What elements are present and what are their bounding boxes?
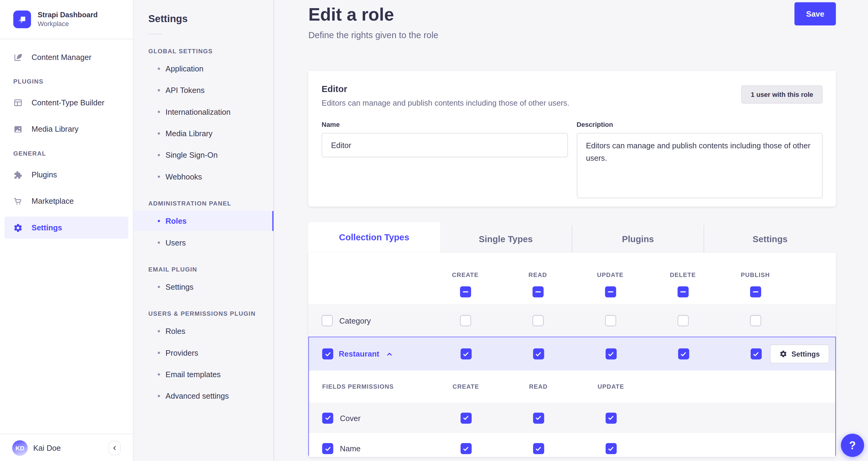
subnav-item-email-templates[interactable]: Email templates	[133, 365, 274, 384]
collapse-sidebar-button[interactable]	[108, 441, 121, 455]
check-icon	[535, 414, 542, 422]
permissions-tabs: Collection Types Single Types Plugins Se…	[308, 222, 836, 253]
check-icon	[462, 445, 470, 452]
subnav-item-advanced-settings[interactable]: Advanced settings	[133, 386, 274, 406]
subnav-item-webhooks[interactable]: Webhooks	[133, 167, 274, 187]
sidebar-item-content-type-builder[interactable]: Content-Type Builder	[4, 91, 129, 114]
subnav-item-internationalization[interactable]: Internationalization	[133, 102, 274, 122]
subnav-item-api-tokens[interactable]: API Tokens	[133, 80, 274, 100]
row-settings-button[interactable]: Settings	[770, 344, 829, 363]
cover-row-checkbox[interactable]	[322, 412, 333, 424]
subnav-item-up-roles[interactable]: Roles	[133, 321, 274, 341]
workspace-brand[interactable]: Strapi Dashboard Workplace	[0, 0, 133, 39]
role-details-card: Editor Editors can manage and publish co…	[308, 71, 836, 206]
subnav-item-providers[interactable]: Providers	[133, 343, 274, 363]
subnav-item-application[interactable]: Application	[133, 59, 274, 79]
sidebar-item-media-library[interactable]: Media Library	[4, 118, 129, 140]
category-delete-checkbox[interactable]	[677, 315, 689, 326]
category-read-checkbox[interactable]	[532, 315, 544, 326]
subnav-item-users[interactable]: Users	[133, 232, 274, 253]
pen-icon	[13, 52, 23, 62]
restaurant-publish-checkbox[interactable]	[750, 348, 762, 359]
bullet-icon	[158, 373, 160, 375]
restaurant-update-checkbox[interactable]	[606, 348, 617, 359]
row-label: Category	[339, 316, 371, 325]
main-content: Edit a role Define the rights given to t…	[274, 0, 868, 461]
name-row-checkbox[interactable]	[322, 443, 333, 454]
select-all-delete-checkbox[interactable]	[677, 286, 689, 297]
tab-settings[interactable]: Settings	[704, 226, 836, 253]
restaurant-create-checkbox[interactable]	[460, 348, 471, 359]
restaurant-read-checkbox[interactable]	[533, 348, 544, 359]
brand-text: Strapi Dashboard Workplace	[37, 10, 97, 28]
cover-read-checkbox[interactable]	[533, 412, 544, 424]
select-all-update-checkbox[interactable]	[605, 286, 616, 297]
nav-section-general: GENERAL	[13, 150, 120, 157]
cell-read	[502, 412, 575, 424]
column-label: PUBLISH	[741, 271, 770, 278]
users-with-role-button[interactable]: 1 user with this role	[742, 85, 823, 104]
cell-update	[575, 443, 647, 454]
fields-column-read: READ	[502, 383, 575, 390]
page-subtitle: Define the rights given to the role	[308, 31, 836, 40]
description-textarea[interactable]: Editors can manage and publish contents …	[577, 133, 823, 198]
column-label: UPDATE	[597, 383, 624, 390]
subnav-item-email-settings[interactable]: Settings	[133, 277, 274, 297]
cover-create-checkbox[interactable]	[460, 412, 471, 424]
tab-collection-types[interactable]: Collection Types	[308, 222, 440, 253]
fields-permissions-header: FIELDS PERMISSIONS CREATE READ UPDATE	[309, 371, 835, 403]
category-publish-checkbox[interactable]	[750, 315, 761, 326]
subnav-item-roles[interactable]: Roles	[133, 211, 274, 231]
sidebar-item-settings[interactable]: Settings	[4, 217, 129, 238]
select-all-read-checkbox[interactable]	[532, 286, 544, 297]
subnav-item-label: Users	[165, 238, 186, 247]
permissions-table: CREATE READ UPDATE DELETE	[308, 253, 836, 457]
bullet-icon	[158, 67, 160, 69]
name-input[interactable]	[321, 133, 567, 157]
name-field-group: Name	[321, 121, 567, 200]
main-sidebar: Strapi Dashboard Workplace Content Manag…	[0, 0, 133, 461]
sidebar-item-marketplace[interactable]: Marketplace	[4, 190, 129, 212]
restaurant-delete-checkbox[interactable]	[678, 348, 689, 359]
category-create-checkbox[interactable]	[460, 315, 471, 326]
cover-update-checkbox[interactable]	[606, 412, 617, 424]
help-button[interactable]: ?	[841, 434, 864, 457]
tab-single-types[interactable]: Single Types	[440, 226, 571, 253]
main-nav: Content Manager PLUGINS Content-Type Bui…	[0, 39, 133, 434]
check-icon	[607, 445, 615, 452]
avatar[interactable]: KD	[12, 440, 28, 456]
bullet-icon	[158, 89, 160, 91]
sidebar-item-content-manager[interactable]: Content Manager	[4, 46, 129, 68]
check-icon	[324, 414, 331, 422]
cell-read	[502, 443, 575, 454]
subnav-item-label: Webhooks	[165, 172, 202, 181]
subnav-section-global-settings: GLOBAL SETTINGS	[148, 48, 258, 54]
restaurant-row-checkbox[interactable]	[322, 348, 333, 359]
field-row-name: Name	[309, 433, 835, 457]
tab-plugins[interactable]: Plugins	[571, 226, 704, 253]
category-row-checkbox[interactable]	[321, 315, 333, 326]
subnav-item-single-sign-on[interactable]: Single Sign-On	[133, 145, 274, 165]
select-all-publish-checkbox[interactable]	[750, 286, 761, 297]
subnav-item-label: Email templates	[165, 370, 221, 379]
subnav-item-media-library[interactable]: Media Library	[133, 123, 274, 143]
fields-column-update: UPDATE	[575, 383, 647, 390]
name-create-checkbox[interactable]	[460, 443, 471, 454]
name-read-checkbox[interactable]	[533, 443, 544, 454]
save-button[interactable]: Save	[795, 2, 836, 25]
cell-update	[574, 315, 647, 326]
category-update-checkbox[interactable]	[605, 315, 616, 326]
bullet-icon	[158, 352, 160, 354]
table-row-restaurant: Restaurant	[309, 337, 835, 371]
row-label[interactable]: Restaurant	[339, 350, 379, 358]
cell-delete	[647, 348, 720, 359]
sidebar-footer: KD Kai Doe	[0, 434, 133, 461]
app-title: Strapi Dashboard	[37, 10, 97, 20]
sidebar-item-plugins[interactable]: Plugins	[4, 164, 129, 185]
name-update-checkbox[interactable]	[606, 443, 617, 454]
select-all-create-checkbox[interactable]	[460, 286, 471, 297]
chevron-up-icon[interactable]	[386, 350, 393, 357]
sidebar-item-label: Marketplace	[31, 197, 74, 205]
row-name-cell: Category	[308, 315, 429, 326]
page-title: Edit a role	[308, 4, 836, 25]
